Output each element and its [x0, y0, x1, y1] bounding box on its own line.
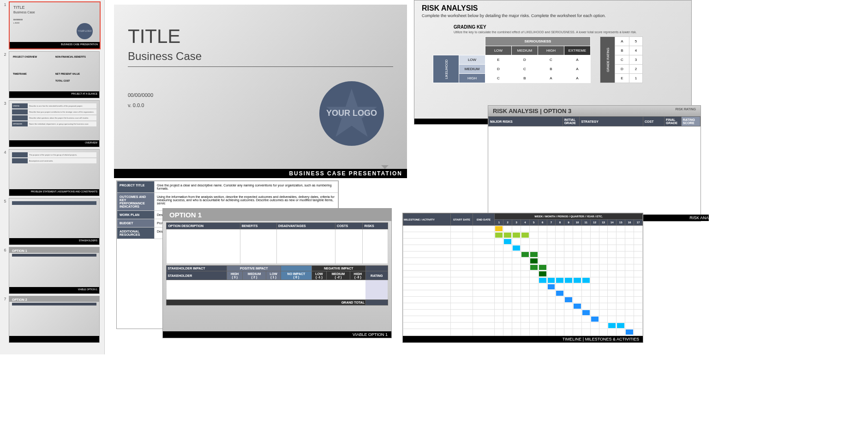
risk-title: RISK ANALYSIS [422, 4, 691, 12]
proj-label: PROJECT TITLE [117, 181, 155, 193]
thumb-number: 1 [1, 1, 9, 7]
subtitle-text: Business Case [128, 50, 407, 63]
likelihood-label: LIKELIHOOD [433, 55, 459, 83]
slide-thumbnail-6[interactable]: OPTION 1VIABLE OPTION 1 [9, 247, 100, 294]
timeline-table: MILESTONE / ACTIVITYSTART DATEEND DATEWE… [403, 213, 643, 342]
slide-thumbnail-5[interactable]: STAKEHOLDERS [9, 198, 100, 245]
col-extreme: EXTREME [564, 46, 591, 55]
grading-key-title: GRADING KEY [454, 24, 691, 30]
slide-thumbnail-7[interactable]: OPTION 2 [9, 296, 100, 343]
col-initial-grade: INITIAL GRADE [563, 117, 580, 126]
logo-placeholder: YOUR LOGO [319, 81, 384, 146]
option-table: OPTION DESCRIPTION BENEFITS DISADVANTAGE… [166, 222, 388, 264]
col-cost: COST [643, 117, 664, 126]
thumbnail-sidebar[interactable]: 1TITLEBusiness Case00/00/0000v. 0.0.0YOU… [0, 0, 105, 354]
proj-label: OUTCOMES AND KEY PERFORMANCE INDICATORS [117, 193, 155, 211]
thumb-number: 3 [1, 100, 9, 106]
grade-rating-table: GRADE RATINGA5 B4 C3 D2 E1 [600, 36, 643, 83]
thumb-number: 2 [1, 51, 9, 57]
seriousness-header: SERIOUSNESS [485, 37, 591, 46]
row-high: HIGH [459, 74, 485, 83]
slide-risk-option3: RISK ANALYSIS | OPTION 3 RISK RATING MAJ… [488, 105, 701, 221]
option-footer: VIABLE OPTION 1 [163, 331, 391, 338]
thumb-number: 6 [1, 247, 9, 252]
grading-key-desc: Utilize the key to calculate the combine… [454, 30, 691, 34]
slide-title: TITLE Business Case 00/00/0000 v. 0.0.0 … [114, 5, 407, 178]
thumb-number: 4 [1, 149, 9, 155]
app-root: 1TITLEBusiness Case00/00/0000v. 0.0.0YOU… [0, 0, 709, 354]
risk-desc: Complete the worksheet below by detailin… [422, 13, 691, 18]
col-major-risks: MAJOR RISKS [489, 117, 563, 126]
slide-thumbnail-1[interactable]: TITLEBusiness Case00/00/0000v. 0.0.0YOUR… [9, 1, 101, 49]
risk3-header: RISK ANALYSIS | OPTION 3 RISK RATING [488, 106, 700, 116]
logo-text: YOUR LOGO [326, 108, 377, 119]
stakeholder-table: STAKEHOLDER IMPACTPOSITIVE IMPACTNEGATIV… [166, 265, 388, 305]
triangle-icon [381, 165, 389, 169]
proj-text: Give the project a clear and descriptive… [155, 181, 338, 193]
col-high: HIGH [538, 46, 564, 55]
col-medium: MEDIUM [512, 46, 538, 55]
col-final-grade: FINAL GRADE [664, 117, 681, 126]
proj-label: WORK PLAN [117, 211, 155, 219]
slide-thumbnail-3[interactable]: VISIONDescribe in one line the intended … [9, 100, 100, 147]
proj-label: ADDITIONAL RESOURCES [117, 227, 155, 239]
slide-thumbnail-4[interactable]: The purpose of the project or this group… [9, 149, 100, 196]
thumb-number: 5 [1, 198, 9, 204]
row-medium: MEDIUM [459, 65, 485, 74]
proj-label: BUDGET [117, 219, 155, 227]
grade-rating-label: GRADE RATING [600, 37, 615, 83]
option-title: OPTION 1 [163, 209, 391, 221]
grading-area: SERIOUSNESS LOW MEDIUM HIGH EXTREME LIKE… [433, 36, 691, 83]
risk3-table: MAJOR RISKS INITIAL GRADE STRATEGY COST … [488, 116, 700, 126]
slide-timeline: MILESTONE / ACTIVITYSTART DATEEND DATEWE… [402, 213, 643, 343]
col-rating-score: RATING SCORE [681, 117, 700, 126]
title-underline [128, 66, 393, 67]
row-low: LOW [459, 55, 485, 65]
slide-footer: BUSINESS CASE PRESENTATION [114, 169, 407, 178]
thumb-number: 7 [1, 296, 9, 301]
timeline-footer: TIMELINE | MILESTONES & ACTIVITIES [403, 336, 643, 342]
footer-text: BUSINESS CASE PRESENTATION [289, 169, 402, 178]
canvas-area[interactable]: TITLE Business Case 00/00/0000 v. 0.0.0 … [105, 0, 709, 354]
col-low: LOW [485, 46, 512, 55]
slide-thumbnail-2[interactable]: PROJECT OVERVIEWNON-FINANCIAL BENEFITSTI… [9, 51, 100, 98]
risk-matrix: SERIOUSNESS LOW MEDIUM HIGH EXTREME LIKE… [433, 36, 591, 83]
slide-option1: OPTION 1 OPTION DESCRIPTION BENEFITS DIS… [162, 208, 392, 338]
col-strategy: STRATEGY [580, 117, 643, 126]
title-text: TITLE [128, 5, 407, 48]
grand-total: GRAND TOTAL [167, 300, 366, 305]
